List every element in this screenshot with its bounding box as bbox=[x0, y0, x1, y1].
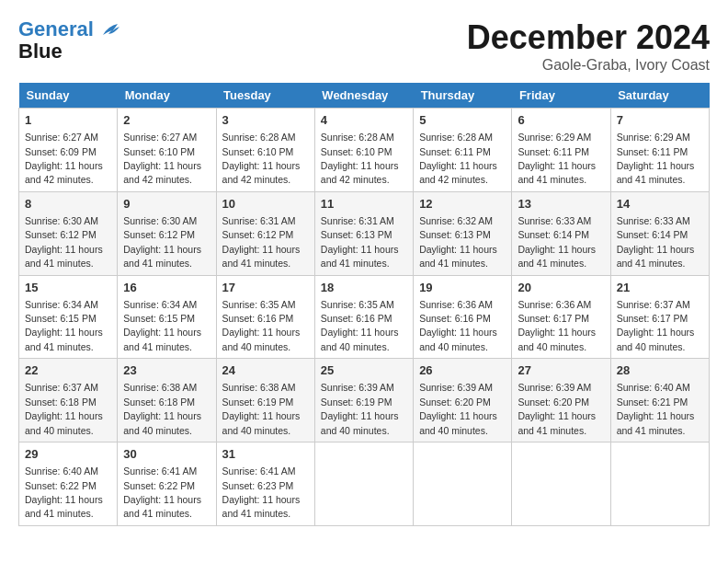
day-number: 5 bbox=[419, 112, 506, 129]
day-info: Sunrise: 6:37 AMSunset: 6:18 PMDaylight:… bbox=[25, 382, 103, 435]
calendar-cell: 7Sunrise: 6:29 AMSunset: 6:11 PMDaylight… bbox=[610, 109, 709, 192]
logo-blue: Blue bbox=[18, 40, 121, 63]
day-info: Sunrise: 6:32 AMSunset: 6:13 PMDaylight:… bbox=[419, 215, 497, 269]
logo-general: General bbox=[18, 17, 94, 40]
day-number: 1 bbox=[25, 112, 111, 129]
calendar-week-row: 1Sunrise: 6:27 AMSunset: 6:09 PMDaylight… bbox=[19, 109, 710, 192]
calendar-cell: 27Sunrise: 6:39 AMSunset: 6:20 PMDayligh… bbox=[512, 359, 610, 442]
calendar-dow-saturday: Saturday bbox=[610, 83, 709, 109]
page-header: General Blue December 2024 Gaole-Graba, … bbox=[18, 18, 710, 74]
day-number: 25 bbox=[321, 362, 407, 379]
logo: General Blue bbox=[18, 18, 121, 63]
day-info: Sunrise: 6:36 AMSunset: 6:16 PMDaylight:… bbox=[419, 299, 497, 352]
day-info: Sunrise: 6:28 AMSunset: 6:10 PMDaylight:… bbox=[321, 132, 399, 185]
calendar-cell: 31Sunrise: 6:41 AMSunset: 6:23 PMDayligh… bbox=[216, 442, 314, 526]
day-number: 20 bbox=[518, 280, 604, 296]
calendar-week-row: 15Sunrise: 6:34 AMSunset: 6:15 PMDayligh… bbox=[19, 275, 710, 359]
day-info: Sunrise: 6:37 AMSunset: 6:17 PMDaylight:… bbox=[617, 299, 695, 352]
calendar-cell: 18Sunrise: 6:35 AMSunset: 6:16 PMDayligh… bbox=[314, 275, 413, 359]
calendar-cell: 20Sunrise: 6:36 AMSunset: 6:17 PMDayligh… bbox=[512, 275, 610, 359]
day-number: 7 bbox=[617, 112, 703, 129]
day-info: Sunrise: 6:33 AMSunset: 6:14 PMDaylight:… bbox=[617, 215, 695, 269]
day-number: 29 bbox=[25, 446, 111, 463]
calendar-table: SundayMondayTuesdayWednesdayThursdayFrid… bbox=[18, 83, 710, 526]
calendar-cell: 29Sunrise: 6:40 AMSunset: 6:22 PMDayligh… bbox=[19, 442, 118, 526]
day-info: Sunrise: 6:36 AMSunset: 6:17 PMDaylight:… bbox=[518, 299, 596, 352]
calendar-header-row: SundayMondayTuesdayWednesdayThursdayFrid… bbox=[19, 83, 710, 109]
calendar-cell: 25Sunrise: 6:39 AMSunset: 6:19 PMDayligh… bbox=[314, 359, 413, 442]
calendar-cell: 26Sunrise: 6:39 AMSunset: 6:20 PMDayligh… bbox=[414, 359, 512, 442]
day-number: 9 bbox=[123, 196, 210, 213]
day-number: 30 bbox=[123, 446, 210, 463]
location-subtitle: Gaole-Graba, Ivory Coast bbox=[467, 57, 710, 74]
day-info: Sunrise: 6:31 AMSunset: 6:12 PMDaylight:… bbox=[222, 215, 301, 269]
calendar-cell: 9Sunrise: 6:30 AMSunset: 6:12 PMDaylight… bbox=[118, 191, 216, 275]
calendar-cell: 5Sunrise: 6:28 AMSunset: 6:11 PMDaylight… bbox=[414, 109, 512, 192]
calendar-cell: 8Sunrise: 6:30 AMSunset: 6:12 PMDaylight… bbox=[19, 191, 118, 275]
day-info: Sunrise: 6:28 AMSunset: 6:10 PMDaylight:… bbox=[222, 132, 301, 185]
day-number: 3 bbox=[222, 112, 309, 129]
day-number: 31 bbox=[222, 446, 309, 463]
calendar-cell: 15Sunrise: 6:34 AMSunset: 6:15 PMDayligh… bbox=[19, 275, 118, 359]
title-area: December 2024 Gaole-Graba, Ivory Coast bbox=[467, 18, 710, 74]
calendar-cell: 14Sunrise: 6:33 AMSunset: 6:14 PMDayligh… bbox=[610, 191, 709, 275]
calendar-cell: 6Sunrise: 6:29 AMSunset: 6:11 PMDaylight… bbox=[512, 109, 610, 192]
day-info: Sunrise: 6:30 AMSunset: 6:12 PMDaylight:… bbox=[123, 215, 201, 269]
day-info: Sunrise: 6:35 AMSunset: 6:16 PMDaylight:… bbox=[321, 299, 399, 352]
logo-bird-icon bbox=[101, 22, 121, 39]
day-info: Sunrise: 6:34 AMSunset: 6:15 PMDaylight:… bbox=[123, 299, 201, 352]
day-info: Sunrise: 6:35 AMSunset: 6:16 PMDaylight:… bbox=[222, 299, 301, 352]
calendar-dow-monday: Monday bbox=[118, 83, 216, 109]
day-number: 26 bbox=[419, 362, 506, 379]
calendar-cell: 3Sunrise: 6:28 AMSunset: 6:10 PMDaylight… bbox=[216, 109, 314, 192]
day-number: 10 bbox=[222, 196, 309, 213]
day-number: 11 bbox=[321, 196, 407, 213]
day-number: 19 bbox=[419, 280, 506, 296]
day-number: 14 bbox=[617, 196, 703, 213]
day-info: Sunrise: 6:40 AMSunset: 6:22 PMDaylight:… bbox=[25, 465, 103, 519]
day-info: Sunrise: 6:38 AMSunset: 6:18 PMDaylight:… bbox=[123, 382, 201, 435]
day-number: 4 bbox=[321, 112, 407, 129]
calendar-week-row: 8Sunrise: 6:30 AMSunset: 6:12 PMDaylight… bbox=[19, 191, 710, 275]
calendar-cell: 21Sunrise: 6:37 AMSunset: 6:17 PMDayligh… bbox=[610, 275, 709, 359]
calendar-cell: 10Sunrise: 6:31 AMSunset: 6:12 PMDayligh… bbox=[216, 191, 314, 275]
calendar-week-row: 22Sunrise: 6:37 AMSunset: 6:18 PMDayligh… bbox=[19, 359, 710, 442]
day-number: 15 bbox=[25, 280, 111, 296]
day-info: Sunrise: 6:27 AMSunset: 6:09 PMDaylight:… bbox=[25, 132, 103, 185]
day-info: Sunrise: 6:41 AMSunset: 6:22 PMDaylight:… bbox=[123, 465, 201, 519]
calendar-cell: 4Sunrise: 6:28 AMSunset: 6:10 PMDaylight… bbox=[314, 109, 413, 192]
calendar-cell: 30Sunrise: 6:41 AMSunset: 6:22 PMDayligh… bbox=[118, 442, 216, 526]
calendar-dow-thursday: Thursday bbox=[414, 83, 512, 109]
logo-text: General bbox=[18, 18, 121, 40]
calendar-cell: 13Sunrise: 6:33 AMSunset: 6:14 PMDayligh… bbox=[512, 191, 610, 275]
calendar-cell: 24Sunrise: 6:38 AMSunset: 6:19 PMDayligh… bbox=[216, 359, 314, 442]
day-info: Sunrise: 6:31 AMSunset: 6:13 PMDaylight:… bbox=[321, 215, 399, 269]
calendar-cell bbox=[414, 442, 512, 526]
calendar-cell: 12Sunrise: 6:32 AMSunset: 6:13 PMDayligh… bbox=[414, 191, 512, 275]
calendar-cell: 11Sunrise: 6:31 AMSunset: 6:13 PMDayligh… bbox=[314, 191, 413, 275]
day-info: Sunrise: 6:30 AMSunset: 6:12 PMDaylight:… bbox=[25, 215, 103, 269]
calendar-week-row: 29Sunrise: 6:40 AMSunset: 6:22 PMDayligh… bbox=[19, 442, 710, 526]
calendar-cell bbox=[314, 442, 413, 526]
day-info: Sunrise: 6:39 AMSunset: 6:20 PMDaylight:… bbox=[419, 382, 497, 435]
day-number: 2 bbox=[123, 112, 210, 129]
calendar-cell: 22Sunrise: 6:37 AMSunset: 6:18 PMDayligh… bbox=[19, 359, 118, 442]
day-number: 21 bbox=[617, 280, 703, 296]
calendar-dow-friday: Friday bbox=[512, 83, 610, 109]
calendar-cell bbox=[610, 442, 709, 526]
day-info: Sunrise: 6:29 AMSunset: 6:11 PMDaylight:… bbox=[518, 132, 596, 185]
calendar-cell: 16Sunrise: 6:34 AMSunset: 6:15 PMDayligh… bbox=[118, 275, 216, 359]
day-number: 28 bbox=[617, 362, 703, 379]
day-number: 6 bbox=[518, 112, 604, 129]
calendar-cell: 19Sunrise: 6:36 AMSunset: 6:16 PMDayligh… bbox=[414, 275, 512, 359]
day-info: Sunrise: 6:29 AMSunset: 6:11 PMDaylight:… bbox=[617, 132, 695, 185]
day-info: Sunrise: 6:40 AMSunset: 6:21 PMDaylight:… bbox=[617, 382, 695, 435]
month-year-title: December 2024 bbox=[467, 18, 710, 57]
calendar-dow-sunday: Sunday bbox=[19, 83, 118, 109]
calendar-cell: 17Sunrise: 6:35 AMSunset: 6:16 PMDayligh… bbox=[216, 275, 314, 359]
day-number: 13 bbox=[518, 196, 604, 213]
day-info: Sunrise: 6:41 AMSunset: 6:23 PMDaylight:… bbox=[222, 465, 301, 519]
calendar-cell: 2Sunrise: 6:27 AMSunset: 6:10 PMDaylight… bbox=[118, 109, 216, 192]
calendar-dow-wednesday: Wednesday bbox=[314, 83, 413, 109]
day-number: 22 bbox=[25, 362, 111, 379]
